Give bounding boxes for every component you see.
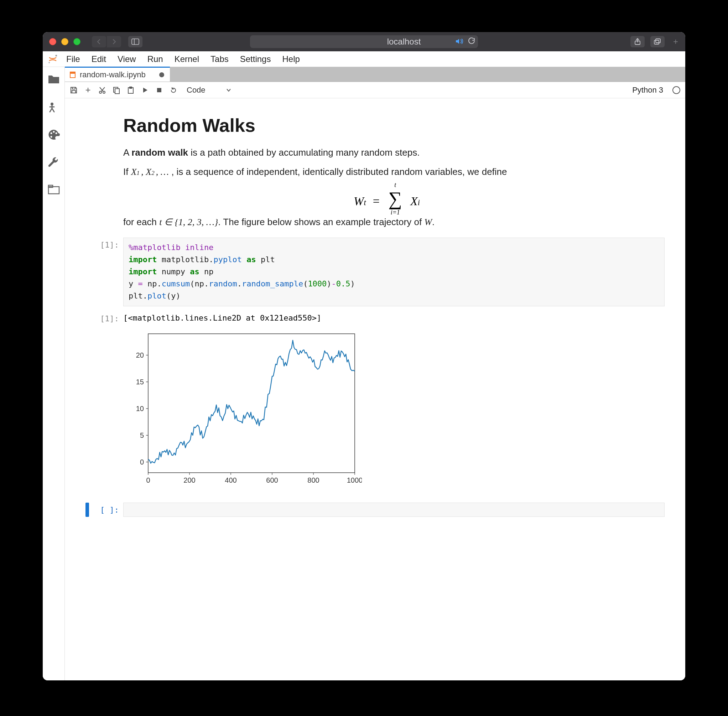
svg-text:20: 20 xyxy=(136,351,144,359)
code-cell-empty[interactable]: [ ]: xyxy=(85,503,664,517)
menu-run[interactable]: Run xyxy=(142,52,169,66)
back-button[interactable] xyxy=(92,36,106,47)
add-cell-button[interactable]: + xyxy=(84,86,92,94)
svg-point-11 xyxy=(50,136,52,138)
svg-point-8 xyxy=(50,132,52,134)
cut-button[interactable] xyxy=(98,86,106,94)
menu-file[interactable]: File xyxy=(61,52,86,66)
window-controls xyxy=(49,38,80,45)
chevron-down-icon xyxy=(226,88,231,92)
jupyter-logo-icon xyxy=(46,53,59,65)
reload-icon[interactable] xyxy=(468,37,475,47)
copy-button[interactable] xyxy=(112,86,120,94)
paragraph-1: A random walk is a path obtained by accu… xyxy=(123,146,651,159)
input-prompt: [1]: xyxy=(85,238,123,306)
titlebar: localhost + xyxy=(43,32,685,51)
tab-label: random-walk.ipynb xyxy=(80,70,146,79)
svg-rect-0 xyxy=(132,39,139,44)
svg-text:800: 800 xyxy=(307,476,319,484)
kernel-name[interactable]: Python 3 xyxy=(632,85,663,95)
svg-text:10: 10 xyxy=(136,405,144,413)
svg-rect-24 xyxy=(157,88,161,92)
maximize-window-button[interactable] xyxy=(73,38,80,45)
tabs-icon[interactable] xyxy=(48,185,60,197)
tabs-button[interactable] xyxy=(651,36,664,47)
markdown-cell[interactable]: Random Walks A random walk is a path obt… xyxy=(123,115,651,229)
run-button[interactable] xyxy=(141,86,149,94)
cell-type-label: Code xyxy=(187,85,206,95)
svg-rect-16 xyxy=(72,87,75,89)
formula: Wt = t∑i=1 Xi xyxy=(123,188,651,210)
svg-rect-21 xyxy=(115,89,119,94)
svg-text:5: 5 xyxy=(140,431,144,439)
svg-text:400: 400 xyxy=(225,476,237,484)
main-area: random-walk.ipynb + Code Python 3 xyxy=(65,67,685,680)
svg-text:0: 0 xyxy=(140,458,144,466)
tab-strip: random-walk.ipynb xyxy=(65,67,685,82)
svg-rect-17 xyxy=(72,91,76,93)
url-bar[interactable]: localhost xyxy=(250,35,478,48)
output-prompt: [1]: xyxy=(85,311,123,323)
svg-text:600: 600 xyxy=(266,476,278,484)
svg-rect-4 xyxy=(656,39,660,43)
cell-type-dropdown[interactable]: Code xyxy=(184,85,234,96)
menu-edit[interactable]: Edit xyxy=(86,52,112,66)
output-text: [<matplotlib.lines.Line2D at 0x121ead550… xyxy=(123,311,664,323)
svg-rect-3 xyxy=(654,40,659,44)
svg-text:200: 200 xyxy=(184,476,195,484)
code-cell-1[interactable]: [1]: %matplotlib inline import matplotli… xyxy=(85,238,664,306)
notebook-toolbar: + Code Python 3 xyxy=(65,82,685,98)
url-text: localhost xyxy=(353,37,455,47)
palette-icon[interactable] xyxy=(48,129,60,141)
svg-point-10 xyxy=(55,132,57,134)
paragraph-2: If X1 , X2 , … , is a sequence of indepe… xyxy=(123,165,651,179)
browser-window: localhost + xyxy=(43,32,685,680)
new-tab-button[interactable]: + xyxy=(670,35,681,48)
left-sidebar xyxy=(43,67,65,680)
file-browser-icon[interactable] xyxy=(48,73,60,85)
svg-point-9 xyxy=(53,131,55,133)
active-cell-indicator xyxy=(85,503,89,517)
menu-view[interactable]: View xyxy=(112,52,142,66)
running-icon[interactable] xyxy=(48,101,60,113)
code-input[interactable]: %matplotlib inline import matplotlib.pyp… xyxy=(123,238,664,306)
audio-icon[interactable] xyxy=(455,37,463,47)
paragraph-3: for each t ∈ {1, 2, 3, …}. The figure be… xyxy=(123,215,651,229)
output-chart: 0510152002004006008001000 xyxy=(123,327,664,492)
svg-point-6 xyxy=(49,62,50,63)
svg-text:0: 0 xyxy=(146,476,150,484)
paste-button[interactable] xyxy=(127,86,135,94)
menu-settings[interactable]: Settings xyxy=(234,52,277,66)
sidebar-toggle-button[interactable] xyxy=(128,36,143,47)
tab-random-walk[interactable]: random-walk.ipynb xyxy=(65,67,170,82)
empty-code-input[interactable] xyxy=(123,503,664,517)
share-button[interactable] xyxy=(630,36,645,47)
menu-kernel[interactable]: Kernel xyxy=(169,52,205,66)
menu-tabs[interactable]: Tabs xyxy=(205,52,234,66)
svg-point-5 xyxy=(55,55,57,56)
minimize-window-button[interactable] xyxy=(61,38,68,45)
kernel-status-icon[interactable] xyxy=(672,86,680,94)
svg-rect-15 xyxy=(70,72,75,74)
wrench-icon[interactable] xyxy=(48,157,60,169)
page-title: Random Walks xyxy=(123,115,651,136)
notebook-body[interactable]: Random Walks A random walk is a path obt… xyxy=(65,98,685,680)
forward-button[interactable] xyxy=(107,36,121,47)
svg-text:15: 15 xyxy=(136,378,144,386)
restart-button[interactable] xyxy=(170,86,177,94)
output-text-row: [1]: [<matplotlib.lines.Line2D at 0x121e… xyxy=(85,311,664,323)
notebook-icon xyxy=(69,71,76,78)
menu-help[interactable]: Help xyxy=(276,52,305,66)
save-button[interactable] xyxy=(70,86,77,94)
jupyter-menubar: File Edit View Run Kernel Tabs Settings … xyxy=(43,51,685,67)
empty-prompt: [ ]: xyxy=(91,503,123,517)
close-window-button[interactable] xyxy=(49,38,56,45)
svg-text:1000: 1000 xyxy=(347,476,362,484)
stop-button[interactable] xyxy=(155,86,163,94)
unsaved-indicator-icon xyxy=(159,72,164,77)
